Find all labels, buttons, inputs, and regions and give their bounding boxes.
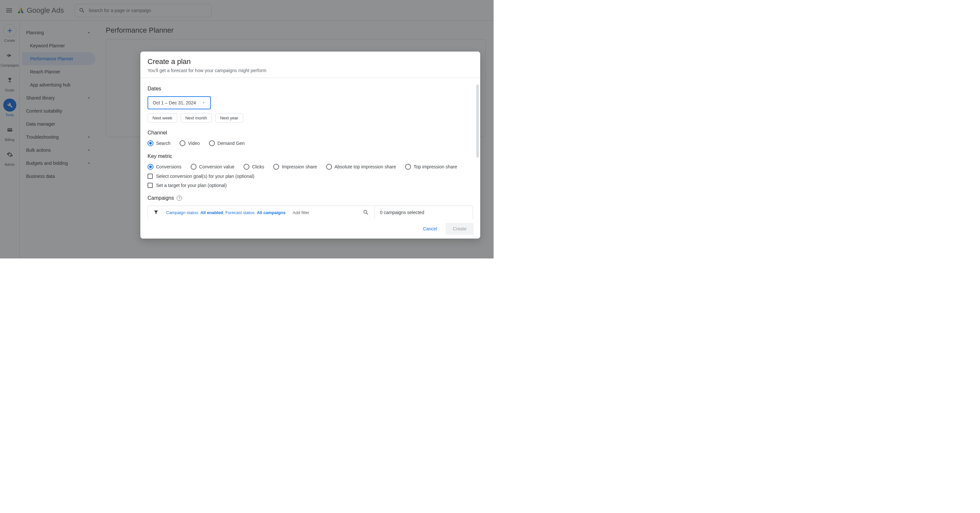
dialog-body: Dates Oct 1 – Dec 31, 2024 Next week Nex…: [140, 78, 480, 219]
dropdown-arrow-icon: [202, 101, 206, 105]
cancel-button[interactable]: Cancel: [418, 224, 442, 234]
checkbox-icon: [148, 174, 153, 179]
metric-radios: Conversions Conversion value Clicks Impr…: [148, 164, 473, 170]
radio-conversion-value[interactable]: Conversion value: [191, 164, 234, 170]
campaigns-selected-count: 0 campaigns selected: [375, 210, 473, 215]
radio-abs-top-impression[interactable]: Absolute top impression share: [326, 164, 396, 170]
date-range-select[interactable]: Oct 1 – Dec 31, 2024: [148, 96, 211, 109]
date-chips: Next week Next month Next year: [148, 113, 473, 123]
checkbox-set-target[interactable]: Set a target for your plan (optional): [148, 183, 473, 188]
chip-next-year[interactable]: Next year: [215, 113, 243, 123]
radio-top-impression[interactable]: Top impression share: [405, 164, 457, 170]
chip-next-week[interactable]: Next week: [148, 113, 177, 123]
channel-section-label: Channel: [148, 130, 473, 136]
scrollbar[interactable]: [476, 84, 479, 157]
key-metric-section-label: Key metric: [148, 153, 473, 159]
radio-conversions[interactable]: Conversions: [148, 164, 181, 170]
radio-clicks[interactable]: Clicks: [243, 164, 264, 170]
checkbox-conversion-goals[interactable]: Select conversion goal(s) for your plan …: [148, 174, 473, 179]
create-button[interactable]: Create: [445, 223, 474, 235]
radio-search[interactable]: Search: [148, 140, 170, 146]
checkbox-icon: [148, 183, 153, 188]
chip-next-month[interactable]: Next month: [181, 113, 212, 123]
campaign-filter-bar: Campaign status: All enabled; Forecast s…: [148, 206, 473, 219]
help-icon[interactable]: ?: [177, 195, 182, 201]
search-icon[interactable]: [363, 209, 369, 216]
filter-left: Campaign status: All enabled; Forecast s…: [148, 206, 375, 219]
radio-video[interactable]: Video: [180, 140, 200, 146]
create-plan-dialog: Create a plan You'll get a forecast for …: [140, 52, 480, 238]
date-range-value: Oct 1 – Dec 31, 2024: [153, 100, 196, 105]
dialog-header: Create a plan You'll get a forecast for …: [140, 52, 480, 78]
filter-icon[interactable]: [153, 210, 159, 215]
add-filter-button[interactable]: Add filter: [293, 210, 309, 215]
campaigns-section-label: Campaigns ?: [148, 195, 473, 201]
radio-demand-gen[interactable]: Demand Gen: [209, 140, 245, 146]
dates-section-label: Dates: [148, 86, 473, 92]
filter-chip[interactable]: Campaign status: All enabled; Forecast s…: [166, 210, 286, 215]
dialog-footer: Cancel Create: [140, 219, 480, 238]
dialog-subtitle: You'll get a forecast for how your campa…: [148, 68, 473, 73]
channel-radios: Search Video Demand Gen: [148, 140, 473, 146]
radio-impression-share[interactable]: Impression share: [273, 164, 317, 170]
dialog-title: Create a plan: [148, 57, 473, 66]
